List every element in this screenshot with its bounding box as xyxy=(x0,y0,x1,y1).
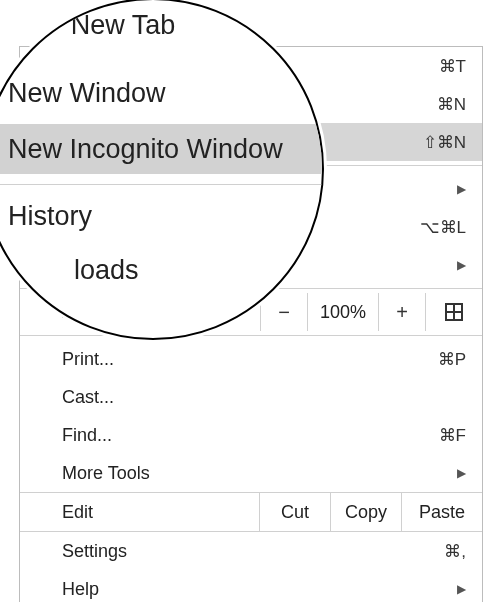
menu-shortcut: ⇧⌘N xyxy=(423,132,466,153)
menu-shortcut: ⌘N xyxy=(437,94,466,115)
zoom-out-button[interactable]: − xyxy=(261,293,308,331)
submenu-arrow-icon: ▶ xyxy=(457,182,466,196)
menu-label: Edit xyxy=(62,502,93,523)
menu-separator xyxy=(20,335,482,336)
lens-item-downloads: loads xyxy=(0,245,322,295)
lens-item-new-tab: New Tab xyxy=(0,0,322,50)
menu-shortcut: ⌘P xyxy=(438,349,466,370)
lens-label: loads xyxy=(74,255,139,286)
fullscreen-icon xyxy=(445,303,463,321)
lens-label: History xyxy=(8,201,92,232)
menu-label: More Tools xyxy=(62,463,449,484)
menu-item-edit: Edit Cut Copy Paste xyxy=(20,492,482,532)
edit-copy-button[interactable]: Copy xyxy=(331,493,402,531)
menu-label: Settings xyxy=(62,541,444,562)
submenu-arrow-icon: ▶ xyxy=(457,466,466,480)
lens-item-history: History xyxy=(0,191,322,241)
paste-label: Paste xyxy=(419,502,465,523)
menu-item-print[interactable]: Print... ⌘P xyxy=(20,340,482,378)
menu-shortcut: ⌘F xyxy=(439,425,466,446)
menu-item-cast[interactable]: Cast... xyxy=(20,378,482,416)
zoom-in-button[interactable]: + xyxy=(379,293,426,331)
menu-label: Cast... xyxy=(62,387,466,408)
menu-item-settings[interactable]: Settings ⌘, xyxy=(20,532,482,570)
menu-item-find[interactable]: Find... ⌘F xyxy=(20,416,482,454)
menu-shortcut: ⌥⌘L xyxy=(420,217,466,238)
menu-shortcut: ⌘T xyxy=(439,56,466,77)
edit-paste-button[interactable]: Paste xyxy=(402,493,482,531)
fullscreen-button[interactable] xyxy=(426,293,482,331)
zoom-level: 100% xyxy=(308,293,379,331)
cut-label: Cut xyxy=(281,502,309,523)
lens-label: New Incognito Window xyxy=(8,134,283,165)
menu-label: Help xyxy=(62,579,449,600)
lens-item-new-window: New Window xyxy=(0,68,322,118)
menu-label: Print... xyxy=(62,349,438,370)
edit-cut-button[interactable]: Cut xyxy=(260,493,331,531)
lens-label: New Tab xyxy=(71,10,176,41)
menu-shortcut: ⌘, xyxy=(444,541,466,562)
minus-icon: − xyxy=(278,301,290,324)
lens-label: New Window xyxy=(8,78,166,109)
menu-item-more-tools[interactable]: More Tools ▶ xyxy=(20,454,482,492)
submenu-arrow-icon: ▶ xyxy=(457,258,466,272)
lens-item-new-incognito-window: New Incognito Window xyxy=(0,124,322,174)
copy-label: Copy xyxy=(345,502,387,523)
plus-icon: + xyxy=(396,301,408,324)
zoom-percent-text: 100% xyxy=(320,302,366,323)
menu-label: Find... xyxy=(62,425,439,446)
submenu-arrow-icon: ▶ xyxy=(457,582,466,596)
menu-item-help[interactable]: Help ▶ xyxy=(20,570,482,602)
edit-label: Edit xyxy=(20,493,260,531)
